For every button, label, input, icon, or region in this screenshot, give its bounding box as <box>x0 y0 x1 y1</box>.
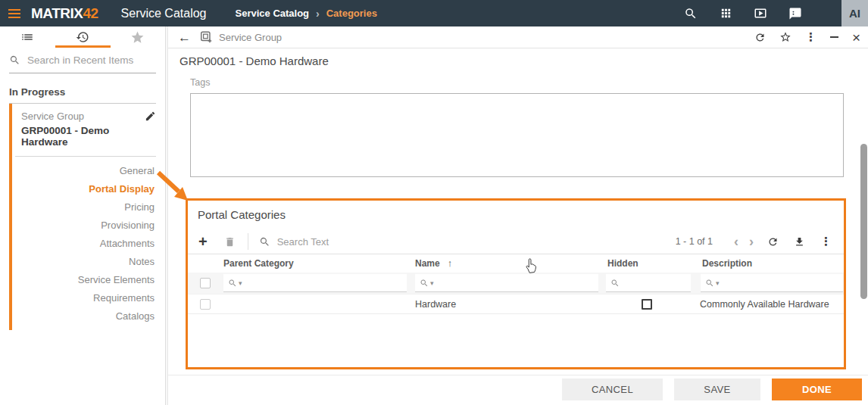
dialog-object-type: Service Group <box>219 32 282 43</box>
minimize-icon[interactable] <box>830 36 838 38</box>
dialog-header-actions: ⋮ × <box>754 30 860 45</box>
filter-search-icon <box>705 279 714 288</box>
sidebar-item-general[interactable]: General <box>12 162 165 180</box>
grid-refresh-icon[interactable] <box>767 236 779 248</box>
sidebar-item-service-elements[interactable]: Service Elements <box>12 271 165 289</box>
grid-toolbar: + 1 - 1 of 1 ‹ › <box>188 229 844 254</box>
hidden-checkbox[interactable] <box>642 299 652 310</box>
delete-icon[interactable] <box>224 236 236 248</box>
page-title: GRP00001 - Demo Hardware <box>180 55 329 67</box>
video-tutorials-icon[interactable] <box>754 7 767 20</box>
hamburger-menu-icon[interactable] <box>8 9 20 18</box>
sidebar-item-portal-display[interactable]: Portal Display <box>12 180 165 198</box>
sidebar-item-requirements[interactable]: Requirements <box>12 289 165 307</box>
active-record-zone: Service Group GRP00001 - Demo Hardware G… <box>9 104 165 330</box>
breadcrumb-separator-icon: › <box>316 8 320 20</box>
column-header-description[interactable]: Description <box>702 254 752 273</box>
user-avatar[interactable]: AI <box>841 0 868 26</box>
sidebar-item-attachments[interactable]: Attachments <box>12 235 165 253</box>
select-all-checkbox[interactable] <box>200 278 211 288</box>
favorite-star-icon[interactable] <box>779 31 792 43</box>
record-section-nav: General Portal Display Pricing Provision… <box>12 157 165 330</box>
grid-search-icon <box>259 236 270 248</box>
tab-recent-items[interactable] <box>55 26 111 48</box>
sidebar: In Progress Service Group GRP00001 - Dem… <box>0 26 166 405</box>
more-options-icon[interactable]: ⋮ <box>805 30 816 44</box>
filter-description[interactable]: ▾ <box>701 274 843 292</box>
toolbar-divider <box>248 233 248 250</box>
sidebar-item-provisioning[interactable]: Provisioning <box>12 217 165 235</box>
matrix42-logo[interactable]: MATRIX42 <box>31 5 98 22</box>
filter-search-icon <box>420 279 429 288</box>
row-checkbox[interactable] <box>200 299 211 310</box>
sidebar-item-notes[interactable]: Notes <box>12 253 165 271</box>
filter-parent-category[interactable]: ▾ <box>223 274 407 292</box>
top-bar: MATRIX42 Service Catalog Service Catalog… <box>0 0 868 26</box>
footer-divider <box>168 375 868 375</box>
filter-search-icon <box>228 279 237 288</box>
portal-categories-section: Portal Categories + 1 - 1 of 1 ‹ › <box>186 198 846 369</box>
table-header-row: Parent Category Name↑ Hidden Description <box>188 254 844 273</box>
app-window: MATRIX42 Service Catalog Service Catalog… <box>0 0 868 405</box>
breadcrumb: Service Catalog › Categories <box>236 8 377 20</box>
refresh-icon[interactable] <box>754 32 766 43</box>
dialog-header: ← Service Group ⋮ × <box>168 26 868 48</box>
save-button[interactable]: SAVE <box>674 379 760 400</box>
column-header-hidden[interactable]: Hidden <box>607 254 639 273</box>
filter-search-icon <box>610 279 620 288</box>
dialog-footer: CANCEL SAVE DONE <box>168 379 862 400</box>
back-icon[interactable]: ← <box>178 31 191 44</box>
add-icon[interactable]: + <box>198 234 208 249</box>
edit-icon[interactable] <box>145 111 156 125</box>
in-progress-heading: In Progress <box>9 86 156 104</box>
service-group-object-icon <box>199 30 213 44</box>
cell-description: Commonly Available Hardware <box>700 294 829 314</box>
export-download-icon[interactable] <box>794 236 805 248</box>
next-page-icon[interactable]: › <box>749 235 754 248</box>
cancel-button[interactable]: CANCEL <box>562 379 663 400</box>
topbar-actions: AI <box>684 0 868 26</box>
search-input[interactable] <box>27 55 148 66</box>
apps-grid-icon[interactable] <box>719 7 732 20</box>
sidebar-item-catalogs[interactable]: Catalogs <box>12 307 165 326</box>
breadcrumb-root[interactable]: Service Catalog <box>236 8 310 19</box>
table-filter-row: ▾ ▾ ▾ <box>188 273 844 294</box>
record-type: Service Group <box>21 111 155 122</box>
breadcrumb-current[interactable]: Categories <box>326 8 377 19</box>
search-icon <box>9 55 20 66</box>
column-header-parent-category[interactable]: Parent Category <box>223 254 294 273</box>
sort-ascending-icon: ↑ <box>448 254 453 273</box>
vertical-scrollbar[interactable] <box>860 144 867 299</box>
active-tab-indicator <box>55 45 111 48</box>
tags-field[interactable] <box>190 93 844 177</box>
filter-caret-icon: ▾ <box>239 279 242 287</box>
recent-items-search[interactable] <box>9 55 156 73</box>
sidebar-item-pricing[interactable]: Pricing <box>12 198 165 217</box>
logo-accent-text: 42 <box>83 5 98 21</box>
cell-name: Hardware <box>415 294 456 314</box>
sidebar-tabs <box>0 26 165 48</box>
column-header-name[interactable]: Name↑ <box>415 254 452 273</box>
grid-search-input[interactable] <box>277 236 429 248</box>
close-icon[interactable]: × <box>852 30 860 45</box>
tags-label: Tags <box>190 77 210 88</box>
grid-toolbar-right: 1 - 1 of 1 ‹ › ⋮ <box>676 235 832 248</box>
main-panel: ← Service Group ⋮ × GRP00001 - Demo Hard… <box>168 26 868 405</box>
tab-navigation-list[interactable] <box>0 26 55 48</box>
record-title: GRP00001 - Demo Hardware <box>21 125 155 148</box>
filter-name[interactable]: ▾ <box>415 274 598 292</box>
table-row[interactable]: Hardware Commonly Available Hardware <box>188 294 844 314</box>
active-record[interactable]: Service Group GRP00001 - Demo Hardware <box>12 104 165 154</box>
pagination-range: 1 - 1 of 1 <box>676 236 713 247</box>
logo-text: MATRIX <box>31 5 83 21</box>
filter-caret-icon: ▾ <box>430 279 434 287</box>
global-search-icon[interactable] <box>684 7 698 20</box>
tab-favorites[interactable] <box>110 26 165 48</box>
app-title: Service Catalog <box>121 7 207 20</box>
filter-hidden[interactable] <box>606 274 691 292</box>
grid-more-options-icon[interactable]: ⋮ <box>820 235 832 248</box>
done-button[interactable]: DONE <box>772 379 862 400</box>
chat-support-icon[interactable] <box>788 7 802 20</box>
previous-page-icon[interactable]: ‹ <box>734 235 738 248</box>
portal-categories-title: Portal Categories <box>198 208 844 221</box>
